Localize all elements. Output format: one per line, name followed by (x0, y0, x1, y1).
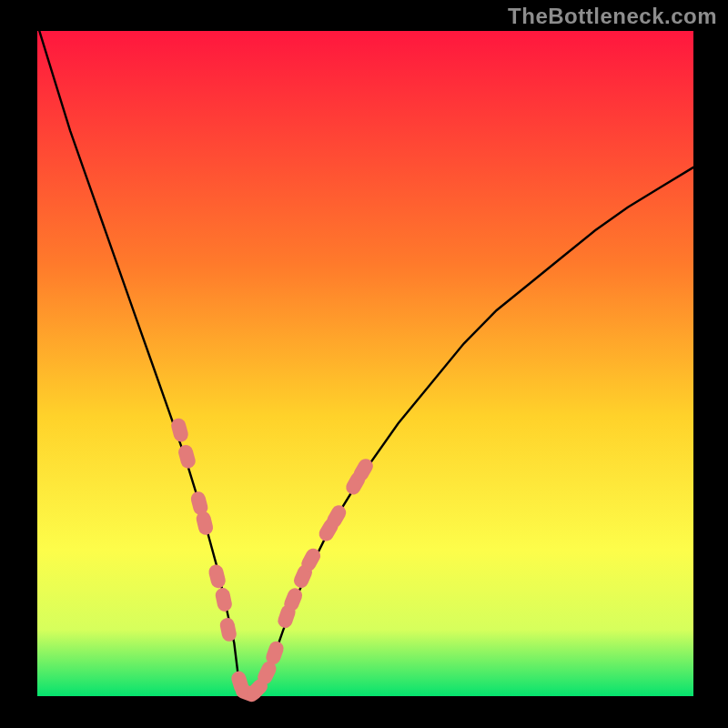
outer-frame: { "watermark": "TheBottleneck.com", "col… (0, 0, 728, 728)
chart-svg (0, 0, 728, 728)
gradient-background (37, 31, 693, 696)
watermark-text: TheBottleneck.com (508, 4, 717, 29)
